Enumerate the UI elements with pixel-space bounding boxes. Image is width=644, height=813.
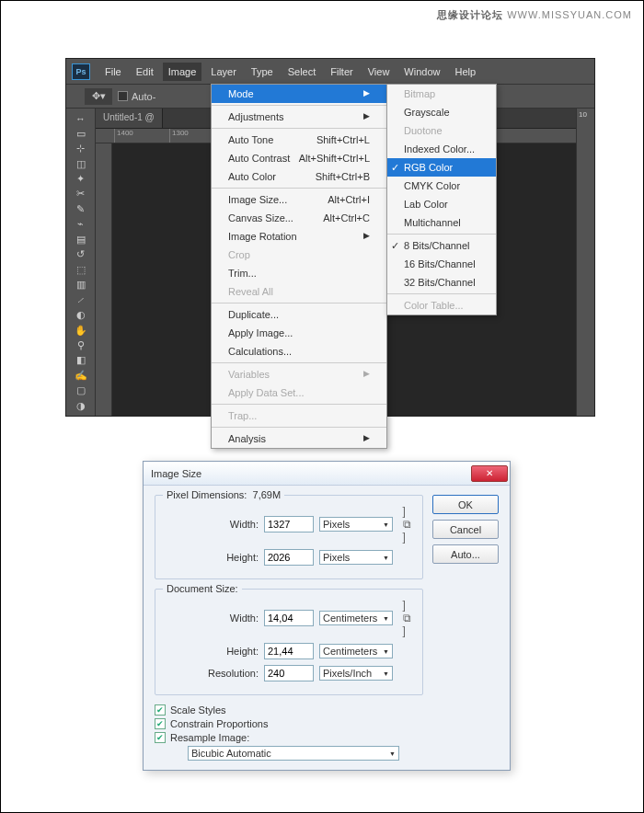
move-tool-icon[interactable]: ✥▾ [85,88,112,105]
menu-auto-tone[interactable]: Auto ToneShift+Ctrl+L [212,131,386,149]
tool-18[interactable]: ▢ [70,384,91,396]
toolbox: ↔▭⊹◫✦✂✎⌁▤↺⬚▥⟋◐✋⚲◧✍▢◑ [66,109,96,416]
mode-indexed[interactable]: Indexed Color... [387,140,496,158]
ok-button[interactable]: OK [432,495,499,514]
tool-1[interactable]: ▭ [70,127,91,139]
cancel-button[interactable]: Cancel [432,520,499,539]
pixel-height-input[interactable] [264,549,314,566]
menu-auto-color[interactable]: Auto ColorShift+Ctrl+B [212,167,386,186]
tool-9[interactable]: ↺ [70,248,91,260]
menu-reveal-all: Reveal All [212,282,386,301]
ps-logo: Ps [72,63,90,80]
mode-duotone: Duotone [387,121,496,140]
resample-method-select[interactable]: Bicubic Automatic▼ [188,746,399,761]
menu-type[interactable]: Type [246,63,279,81]
menu-image-rotation[interactable]: Image Rotation▶ [212,227,386,246]
auto-button[interactable]: Auto... [432,544,499,564]
menu-crop: Crop [212,246,386,264]
tool-16[interactable]: ◧ [70,354,91,366]
link-icon[interactable]: ]⧉] [398,599,415,637]
tool-3[interactable]: ◫ [70,157,91,169]
tool-5[interactable]: ✂ [70,188,91,200]
mode-color-table: Color Table... [387,296,496,315]
menu-analysis[interactable]: Analysis▶ [212,429,386,448]
tool-19[interactable]: ◑ [70,400,91,412]
menu-variables: Variables▶ [212,365,386,384]
mode-bitmap: Bitmap [387,85,496,103]
menu-view[interactable]: View [362,63,396,81]
menu-calculations[interactable]: Calculations... [212,342,386,361]
tool-13[interactable]: ◐ [70,309,91,321]
pixel-height-unit[interactable]: Pixels▼ [319,550,393,565]
auto-select-checkbox[interactable]: Auto- [118,91,155,102]
mode-8bit[interactable]: ✓8 Bits/Channel [387,236,496,255]
tool-4[interactable]: ✦ [70,173,91,185]
menu-help[interactable]: Help [449,63,481,81]
tool-15[interactable]: ⚲ [70,339,91,351]
tool-14[interactable]: ✋ [70,324,91,336]
menubar: Ps FileEditImageLayerTypeSelectFilterVie… [66,59,594,85]
dialog-titlebar: Image Size ✕ [144,462,510,486]
mode-lab[interactable]: Lab Color [387,195,496,213]
tool-12[interactable]: ⟋ [70,293,91,305]
doc-height-unit[interactable]: Centimeters▼ [319,644,393,658]
mode-submenu: Bitmap Grayscale Duotone Indexed Color..… [386,84,497,315]
mode-32bit[interactable]: 32 Bits/Channel [387,273,496,292]
tool-6[interactable]: ✎ [70,203,91,215]
tool-17[interactable]: ✍ [70,370,91,382]
tool-11[interactable]: ▥ [70,279,91,291]
constrain-checkbox[interactable]: ✔Constrain Proportions [155,718,423,729]
doc-height-input[interactable] [264,643,314,659]
menu-window[interactable]: Window [398,63,445,81]
watermark: 思缘设计论坛 WWW.MISSYUAN.COM [437,8,632,22]
menu-edit[interactable]: Edit [131,63,159,81]
ruler-vertical [96,143,112,416]
menu-layer[interactable]: Layer [205,63,242,81]
mode-grayscale[interactable]: Grayscale [387,103,496,121]
menu-duplicate[interactable]: Duplicate... [212,305,386,324]
menu-file[interactable]: File [99,63,127,81]
image-menu-dropdown: Mode▶ Adjustments▶ Auto ToneShift+Ctrl+L… [211,84,387,449]
tool-0[interactable]: ↔ [70,112,91,124]
menu-apply-image[interactable]: Apply Image... [212,324,386,342]
menu-image-size[interactable]: Image Size...Alt+Ctrl+I [212,190,386,209]
menu-apply-data-set: Apply Data Set... [212,384,386,402]
doc-width-unit[interactable]: Centimeters▼ [319,611,393,625]
resample-checkbox[interactable]: ✔Resample Image: [155,732,423,743]
document-size-group: Document Size: Width: Centimeters▼ ]⧉] H… [155,589,423,695]
panel-right: 10 [576,109,594,416]
menu-canvas-size[interactable]: Canvas Size...Alt+Ctrl+C [212,209,386,227]
resolution-unit[interactable]: Pixels/Inch▼ [319,666,393,681]
tool-10[interactable]: ⬚ [70,264,91,276]
menu-select[interactable]: Select [282,63,322,81]
scale-styles-checkbox[interactable]: ✔Scale Styles [155,704,423,716]
mode-rgb[interactable]: ✓RGB Color [387,158,496,177]
close-button[interactable]: ✕ [471,465,508,482]
menu-trim[interactable]: Trim... [212,264,386,282]
menu-mode[interactable]: Mode▶ [212,85,386,103]
link-icon[interactable]: ]⧉] [398,505,415,544]
pixel-dimensions-group: Pixel Dimensions: 7,69M Width: Pixels▼ ]… [155,495,423,579]
mode-16bit[interactable]: 16 Bits/Channel [387,255,496,273]
menu-image[interactable]: Image [163,63,202,81]
tool-7[interactable]: ⌁ [70,218,91,230]
doc-width-input[interactable] [264,610,314,626]
menu-adjustments[interactable]: Adjustments▶ [212,108,386,126]
tool-2[interactable]: ⊹ [70,143,91,155]
menu-list: FileEditImageLayerTypeSelectFilterViewWi… [99,63,481,81]
resolution-input[interactable] [264,665,314,681]
document-tab[interactable]: Untitled-1 @ [96,109,163,128]
mode-cmyk[interactable]: CMYK Color [387,177,496,195]
menu-trap: Trap... [212,406,386,425]
pixel-width-input[interactable] [264,516,314,532]
tool-8[interactable]: ▤ [70,234,91,246]
image-size-dialog: Image Size ✕ Pixel Dimensions: 7,69M Wid… [143,461,511,771]
menu-filter[interactable]: Filter [325,63,358,81]
pixel-width-unit[interactable]: Pixels▼ [319,517,393,532]
mode-multichannel[interactable]: Multichannel [387,213,496,232]
menu-auto-contrast[interactable]: Auto ContrastAlt+Shift+Ctrl+L [212,149,386,167]
